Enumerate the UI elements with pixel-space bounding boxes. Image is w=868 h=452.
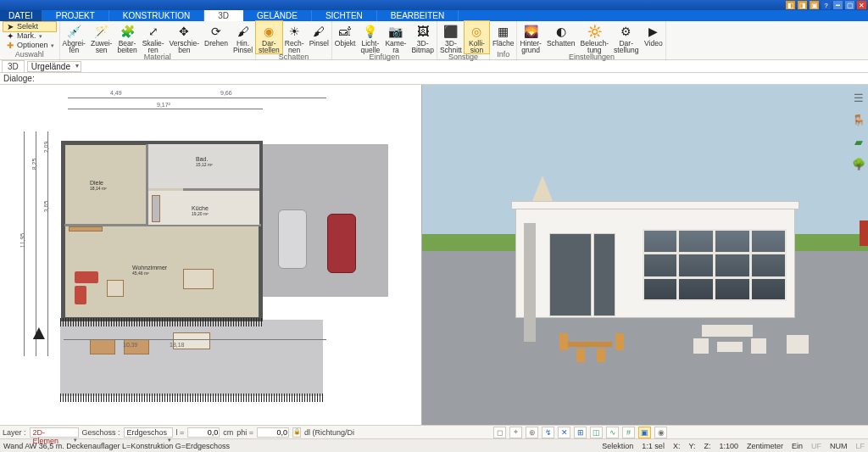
furniture-icon[interactable]: 🪑 (851, 112, 866, 127)
drehen-button[interactable]: ⟳Drehen (202, 21, 231, 47)
status-num: NUM (830, 442, 848, 450)
dim-left1: 8,25 (31, 159, 37, 170)
verschieben-button[interactable]: ✥Verschie- ben (167, 21, 202, 53)
menu-projekt[interactable]: PROJEKT (42, 10, 109, 21)
menu-datei[interactable]: DATEI (0, 10, 42, 21)
status-lf: LF (855, 442, 865, 450)
kollision-button[interactable]: ◎Kolli- sion (465, 21, 489, 53)
hin-pinsel-button[interactable]: 🖌Hin. Pinsel (231, 21, 255, 53)
abgreifen-button[interactable]: 💉Abgrei- fen (60, 21, 88, 53)
lichtquelle-button[interactable]: 💡Licht- quelle (358, 21, 382, 53)
tool-10[interactable]: ▣ (638, 427, 651, 438)
group-label-einstellungen: Einstellungen (517, 53, 665, 62)
group-label-einfuegen: Einfügen (332, 53, 437, 62)
tool-7[interactable]: ◫ (590, 427, 603, 438)
sys-btn-1[interactable]: ◧ (786, 1, 795, 9)
optionen-button[interactable]: ✚Optionen▾ (3, 41, 56, 50)
tree-icon[interactable]: 🌳 (851, 156, 866, 171)
rotate-icon: ⟳ (208, 23, 224, 39)
beleuchtung-button[interactable]: 🔆Beleuch- tung (578, 21, 612, 53)
l-input[interactable] (187, 427, 220, 438)
terrain-icon[interactable]: ▰ (851, 134, 866, 149)
bearbeiten-button[interactable]: 🧩Bear- beiten (114, 21, 139, 53)
eyedropper-icon: 💉 (66, 23, 82, 39)
sys-btn-2[interactable]: ◨ (798, 1, 807, 9)
darstellen-button[interactable]: ◉Dar- stellen (256, 21, 282, 53)
rechnen-button[interactable]: ☀Rech- nen (282, 21, 307, 53)
sub-bar: 3D Urgelände (0, 60, 868, 73)
tool-4[interactable]: ↯ (542, 427, 554, 438)
tool-2[interactable]: ⌖ (509, 427, 522, 438)
bitmap3d-button[interactable]: 🖼3D- Bitmap (409, 21, 436, 53)
menu-bar: DATEI PROJEKT KONSTRUKTION 3D GELÄNDE SI… (0, 10, 868, 21)
lighting-icon: 🔆 (587, 23, 603, 39)
render-icon: ◉ (261, 23, 277, 39)
status-y: Y: (688, 442, 695, 450)
selekt-button[interactable]: ➤Selekt (3, 22, 56, 31)
plus-icon: ✚ (5, 41, 14, 50)
menu-sichten[interactable]: SICHTEN (312, 10, 377, 21)
phi-input[interactable] (257, 427, 289, 438)
group-label-sonstige: Sonstige (437, 53, 489, 62)
right-toolbar: ☰ 🪑 ▰ 🌳 (849, 85, 868, 425)
video-button[interactable]: ▶Video (641, 21, 665, 47)
menu-bearbeiten[interactable]: BEARBEITEN (377, 10, 459, 21)
view-2d[interactable]: 4,49 9,66 9,17² 11,95 8,25 2,09 3,65 ▲ ▲ (0, 85, 422, 425)
menu-konstruktion[interactable]: KONSTRUKTION (109, 10, 204, 21)
sys-btn-3[interactable]: ▣ (810, 1, 819, 9)
tool-11[interactable]: ◉ (654, 427, 667, 438)
param-bar: Layer : 2D-Elemen Geschoss : Erdgeschos … (0, 425, 868, 438)
cursor-icon: ➤ (5, 22, 14, 31)
status-selektion: Selektion (602, 442, 633, 450)
camera-icon: 📷 (387, 23, 403, 39)
flaeche-button[interactable]: ▦Fläche (490, 21, 517, 47)
layer-label: Layer : (3, 428, 26, 437)
darstellung-button[interactable]: ⚙Dar- stellung (611, 21, 641, 53)
view-tab-3d[interactable]: 3D (2, 60, 25, 72)
pinsel-button[interactable]: 🖌Pinsel (307, 21, 331, 47)
dim-top2: 9,66 (220, 90, 232, 96)
mark-button[interactable]: ✦Mark.▾ (3, 31, 56, 41)
schatten-set-button[interactable]: ◐Schatten (544, 21, 578, 47)
section-icon: ⬛ (442, 23, 459, 39)
hintergrund-button[interactable]: 🌄Hinter- grund (517, 21, 544, 53)
ribbon-group-einfuegen: 🛋Objekt 💡Licht- quelle 📷Kame- ra 🖼3D- Bi… (332, 21, 437, 59)
close-btn[interactable]: ✕ (857, 1, 866, 9)
tool-6[interactable]: ⊞ (574, 427, 587, 438)
help-btn[interactable]: ? (821, 1, 831, 9)
house-3d (481, 182, 804, 369)
terrain-combo[interactable]: Urgelände (27, 61, 81, 72)
room-bad: Bad. (196, 156, 213, 162)
menu-3d[interactable]: 3D (204, 10, 243, 21)
geschoss-select[interactable]: Erdgeschos (124, 427, 173, 438)
layer-select[interactable]: 2D-Elemen (30, 427, 79, 438)
menu-gelaende[interactable]: GELÄNDE (243, 10, 312, 21)
status-unit: Zentimeter (747, 442, 783, 450)
view-3d[interactable]: ☰ 🪑 ▰ 🌳 (422, 85, 868, 425)
minimize-btn[interactable]: ━ (833, 1, 843, 9)
edit-icon: 🧩 (120, 23, 136, 39)
kamera-button[interactable]: 📷Kame- ra (382, 21, 409, 53)
status-z: Z: (704, 442, 710, 450)
tool-5[interactable]: ✕ (558, 427, 570, 438)
tool-1[interactable]: ◻ (493, 427, 506, 438)
schnitt3d-button[interactable]: ⬛3D- Schnitt (437, 21, 465, 53)
bitmap-icon: 🖼 (415, 23, 431, 39)
tool-9[interactable]: # (622, 427, 635, 438)
ribbon-group-material: 💉Abgrei- fen 🪄Zuwei- sen 🧩Bear- beiten ⤢… (60, 21, 257, 59)
assign-icon: 🪄 (93, 23, 109, 39)
dim-leftH: 11,95 (19, 233, 25, 248)
objekt-button[interactable]: 🛋Objekt (332, 21, 359, 47)
tool-3[interactable]: ⊕ (526, 427, 538, 438)
dim-left2: 2,09 (43, 142, 49, 153)
phi-lock[interactable]: 🔒 (292, 427, 301, 438)
group-label-auswahl: Auswahl (0, 51, 59, 59)
tool-8[interactable]: ∿ (606, 427, 619, 438)
title-bar: ◧ ◨ ▣ ? ━ ▢ ✕ (0, 0, 868, 10)
layers-icon[interactable]: ☰ (851, 90, 866, 105)
brush-icon: 🖌 (235, 23, 251, 39)
maximize-btn[interactable]: ▢ (845, 1, 854, 9)
zuweisen-button[interactable]: 🪄Zuwei- sen (88, 21, 115, 53)
workspace: 4,49 9,66 9,17² 11,95 8,25 2,09 3,65 ▲ ▲ (0, 85, 868, 425)
skalieren-button[interactable]: ⤢Skalie- ren (140, 21, 167, 53)
